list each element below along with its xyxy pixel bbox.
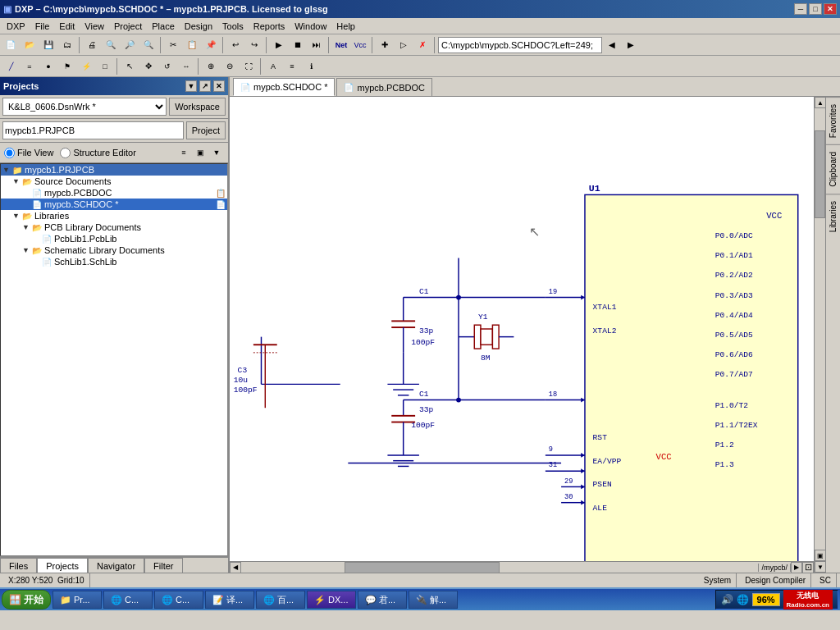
workspace-combo[interactable]: K&L8_0606.DsnWrk * <box>2 98 167 116</box>
start-button[interactable]: 🪟 开始 <box>2 590 51 609</box>
menu-project[interactable]: Project <box>109 20 147 33</box>
system-status[interactable]: System <box>699 573 737 587</box>
err-button[interactable]: ✗ <box>413 36 431 54</box>
project-button[interactable]: Project <box>186 121 226 139</box>
menu-view[interactable]: View <box>80 20 109 33</box>
taskbar-dx[interactable]: ⚡ DX... <box>307 591 356 609</box>
redo-button[interactable]: ↪ <box>245 36 263 54</box>
print-button[interactable]: 🖨 <box>83 36 101 54</box>
menu-design[interactable]: Design <box>180 20 217 33</box>
scroll-down-button[interactable]: ▼ <box>815 561 826 573</box>
run2-button[interactable]: ▷ <box>395 36 413 54</box>
scroll-left-button[interactable]: ◀ <box>230 562 241 573</box>
nav-fwd[interactable]: ▶ <box>622 36 640 54</box>
radio-logo[interactable]: 无线电 Radio.com.cn <box>783 590 833 609</box>
view-toggle1[interactable]: ≡ <box>176 145 191 160</box>
tree-item-schlibs[interactable]: ▼ 📂 Schematic Library Documents <box>1 244 227 256</box>
tree-item-schdoc[interactable]: 📄 mypcb.SCHDOC * 📄 <box>1 199 227 210</box>
zoom-button[interactable]: 🔍 <box>102 36 120 54</box>
wire-tool[interactable]: ╱ <box>2 57 20 75</box>
nav-back[interactable]: ◀ <box>603 36 621 54</box>
move-tool[interactable]: ✥ <box>139 57 158 75</box>
horizontal-scrollbar[interactable]: ◀ /mypcb/ ▶ ⊡ <box>230 561 814 573</box>
panel-float-button[interactable]: ↗ <box>199 80 211 92</box>
zoom-out-tool[interactable]: ⊖ <box>221 57 239 75</box>
taskbar-bai[interactable]: 🌐 百... <box>256 591 305 609</box>
tree-item-libs[interactable]: ▼ 📂 Libraries <box>1 210 227 221</box>
taskbar-jun[interactable]: 💬 君... <box>358 591 407 609</box>
zoom2-button[interactable]: 🔎 <box>121 36 139 54</box>
tab-schdoc[interactable]: 📄 mypcb.SCHDOC * <box>233 78 335 96</box>
save-button[interactable]: 💾 <box>39 36 57 54</box>
run-button[interactable]: ▶ <box>270 36 288 54</box>
paste-button[interactable]: 📌 <box>202 36 220 54</box>
menu-window[interactable]: Window <box>290 20 331 33</box>
path-input[interactable] <box>438 37 602 53</box>
taskbar-c1[interactable]: 🌐 C... <box>103 591 153 609</box>
clipboard-tab[interactable]: Clipboard <box>826 144 840 194</box>
taskbar-c2[interactable]: 🌐 C... <box>154 591 203 609</box>
menu-tools[interactable]: Tools <box>217 20 249 33</box>
taskbar-pr[interactable]: 📁 Pr... <box>52 591 102 609</box>
structure-editor-radio[interactable]: Structure Editor <box>60 148 135 158</box>
open-button[interactable]: 📂 <box>21 36 39 54</box>
zoom3-button[interactable]: 🔍 <box>139 36 158 54</box>
menu-edit[interactable]: Edit <box>54 20 80 33</box>
net-button[interactable]: Net <box>332 36 350 54</box>
minimize-button[interactable]: ─ <box>794 3 807 15</box>
design-compiler-status[interactable]: Design Compiler <box>740 573 811 587</box>
cross-probe[interactable]: ✚ <box>376 36 394 54</box>
copy-button[interactable]: 📋 <box>183 36 201 54</box>
cut-button[interactable]: ✂ <box>164 36 182 54</box>
zoom-fit-tool[interactable]: ⛶ <box>240 57 258 75</box>
scroll-right-button[interactable]: ▶ <box>791 562 802 573</box>
comp-tool[interactable]: □ <box>96 57 114 75</box>
power-tool[interactable]: ⚡ <box>77 57 95 75</box>
junction-tool[interactable]: ● <box>39 57 57 75</box>
zoom-in-tool[interactable]: ⊕ <box>202 57 220 75</box>
panel-close-button[interactable]: ✕ <box>213 80 225 92</box>
file-view-radio[interactable]: File View <box>4 148 53 158</box>
annotate-tool[interactable]: A <box>264 57 282 75</box>
tree-item-pcbdoc[interactable]: 📄 mypcb.PCBDOC 📋 <box>1 187 227 199</box>
workspace-button[interactable]: Workspace <box>169 98 226 116</box>
align-tool[interactable]: ≡ <box>283 57 301 75</box>
menu-place[interactable]: Place <box>147 20 180 33</box>
tree-item-pcblibs[interactable]: ▼ 📂 PCB Library Documents <box>1 221 227 233</box>
new-button[interactable]: 📄 <box>2 36 20 54</box>
panel-menu-button[interactable]: ▼ <box>185 80 197 92</box>
view-toggle2[interactable]: ▣ <box>193 145 208 160</box>
h-scroll-thumb[interactable] <box>345 562 500 573</box>
tree-item-pcblib1[interactable]: 📄 PcbLib1.PcbLib <box>1 233 227 244</box>
sc-status[interactable]: SC <box>815 573 837 587</box>
projects-tab[interactable]: Projects <box>37 558 88 573</box>
tree-item-root[interactable]: ▼ 📁 mypcb1.PRJPCB <box>1 164 227 176</box>
libraries-tab[interactable]: Libraries <box>826 194 840 239</box>
maximize-button[interactable]: □ <box>809 3 822 15</box>
favorites-tab[interactable]: Favorites <box>826 97 840 144</box>
vcc-button[interactable]: Vcc <box>351 36 369 54</box>
taskbar-jie[interactable]: 🔌 解... <box>409 591 458 609</box>
stop-button[interactable]: ⏹ <box>289 36 307 54</box>
file-view-radio-input[interactable] <box>4 148 15 158</box>
rotate-tool[interactable]: ↺ <box>158 57 176 75</box>
project-input[interactable] <box>2 121 184 139</box>
structure-editor-radio-input[interactable] <box>60 148 71 158</box>
property-tool[interactable]: ℹ <box>302 57 320 75</box>
menu-file[interactable]: File <box>30 20 55 33</box>
menu-help[interactable]: Help <box>331 20 360 33</box>
schematic-viewport[interactable]: ↖ C3 10u 100pF <box>230 97 814 561</box>
undo-button[interactable]: ↩ <box>226 36 244 54</box>
menu-dxp[interactable]: DXP <box>2 20 30 33</box>
navigator-tab[interactable]: Navigator <box>88 558 144 573</box>
close-button[interactable]: ✕ <box>824 3 837 15</box>
taskbar-trans[interactable]: 📝 译... <box>205 591 254 609</box>
select-tool[interactable]: ↖ <box>121 57 139 75</box>
vertical-scrollbar[interactable]: ▲ ▣ ▼ <box>814 97 825 573</box>
step-button[interactable]: ⏭ <box>308 36 326 54</box>
flip-tool[interactable]: ↔ <box>177 57 195 75</box>
view-dropdown[interactable]: ▼ <box>209 145 224 160</box>
menu-reports[interactable]: Reports <box>249 20 290 33</box>
bus-tool[interactable]: = <box>21 57 39 75</box>
tree-item-schlib1[interactable]: 📄 SchLib1.SchLib <box>1 256 227 267</box>
